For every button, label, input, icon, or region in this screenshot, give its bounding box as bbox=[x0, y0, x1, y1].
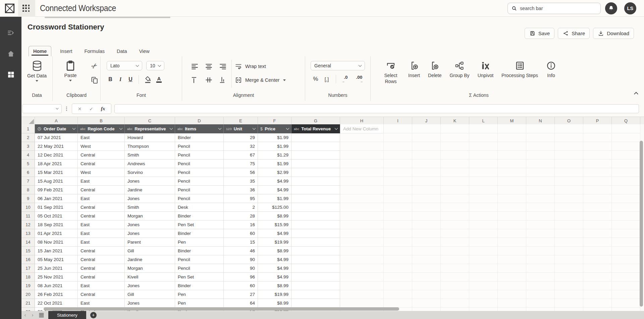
cell[interactable] bbox=[291, 203, 340, 212]
prev-sheet-arrow[interactable]: ‹ bbox=[21, 311, 29, 319]
row-number-9[interactable]: 9 bbox=[21, 194, 35, 203]
cell[interactable]: 75 bbox=[224, 160, 258, 168]
empty-cell[interactable] bbox=[412, 142, 441, 151]
cell[interactable]: $4.99 bbox=[258, 229, 291, 238]
cell[interactable]: 35 bbox=[224, 177, 258, 186]
empty-cell[interactable] bbox=[526, 273, 555, 281]
cell[interactable]: $4.99 bbox=[258, 255, 291, 264]
cell[interactable]: West bbox=[78, 142, 125, 151]
empty-cell[interactable] bbox=[384, 186, 412, 194]
empty-cell[interactable] bbox=[441, 273, 469, 281]
name-box[interactable] bbox=[22, 104, 62, 113]
row-number-19[interactable]: 19 bbox=[21, 281, 35, 290]
empty-cell[interactable] bbox=[340, 160, 384, 168]
empty-cell[interactable] bbox=[441, 238, 469, 247]
cell[interactable]: Binder bbox=[175, 133, 224, 142]
empty-cell[interactable] bbox=[526, 255, 555, 264]
cell[interactable]: $8.99 bbox=[258, 247, 291, 255]
empty-cell[interactable] bbox=[555, 308, 583, 311]
cell[interactable]: $4.99 bbox=[258, 264, 291, 273]
ribbon-action-processing-steps[interactable]: Processing Steps bbox=[501, 56, 538, 84]
cell[interactable] bbox=[291, 160, 340, 168]
cell[interactable]: East bbox=[78, 281, 125, 290]
empty-cell[interactable] bbox=[340, 247, 384, 255]
column-header-total-revenue[interactable]: abcTotal Revenue bbox=[291, 124, 340, 133]
empty-cell[interactable] bbox=[612, 238, 640, 247]
cell[interactable]: $15.99 bbox=[258, 220, 291, 229]
empty-cell[interactable] bbox=[469, 194, 498, 203]
empty-cell[interactable] bbox=[384, 177, 412, 186]
cell[interactable]: 18 Sep 2021 bbox=[35, 220, 78, 229]
empty-cell[interactable] bbox=[384, 194, 412, 203]
empty-cell[interactable] bbox=[583, 290, 612, 299]
empty-cell[interactable] bbox=[340, 186, 384, 194]
empty-cell[interactable] bbox=[340, 238, 384, 247]
select-all-cell[interactable] bbox=[21, 117, 35, 124]
cell[interactable]: Central bbox=[78, 255, 125, 264]
cell[interactable]: East bbox=[78, 177, 125, 186]
empty-cell[interactable] bbox=[384, 142, 412, 151]
empty-cell[interactable] bbox=[412, 177, 441, 186]
empty-cell[interactable] bbox=[469, 255, 498, 264]
cell[interactable]: 01 Apr 2021 bbox=[35, 229, 78, 238]
empty-cell[interactable] bbox=[340, 203, 384, 212]
cell[interactable]: $2.99 bbox=[258, 168, 291, 177]
cell[interactable]: 07 Jul 2021 bbox=[35, 133, 78, 142]
row-number-11[interactable]: 11 bbox=[21, 212, 35, 220]
empty-cell[interactable] bbox=[441, 177, 469, 186]
empty-cell[interactable] bbox=[469, 229, 498, 238]
empty-cell[interactable] bbox=[583, 229, 612, 238]
cell[interactable]: Morgan bbox=[125, 212, 175, 220]
empty-cell[interactable] bbox=[384, 255, 412, 264]
cell[interactable]: Thompson bbox=[125, 142, 175, 151]
empty-cell[interactable] bbox=[526, 133, 555, 142]
empty-cell[interactable] bbox=[340, 273, 384, 281]
cell[interactable]: $1.99 bbox=[258, 142, 291, 151]
empty-cell[interactable] bbox=[612, 151, 640, 160]
empty-cell[interactable] bbox=[384, 247, 412, 255]
cell[interactable]: $8.99 bbox=[258, 212, 291, 220]
decrease-decimal-button[interactable]: .0 ← bbox=[339, 75, 353, 83]
column-header-items[interactable]: abcItems bbox=[175, 124, 224, 133]
cell[interactable] bbox=[291, 299, 340, 308]
empty-cell[interactable] bbox=[555, 142, 583, 151]
cell[interactable] bbox=[291, 220, 340, 229]
empty-cell[interactable] bbox=[412, 151, 441, 160]
valign-middle-button[interactable] bbox=[203, 75, 214, 85]
fx-button[interactable]: fx bbox=[101, 106, 105, 112]
filter-chevron-icon[interactable] bbox=[286, 127, 289, 130]
ribbon-action-info[interactable]: Info bbox=[546, 56, 556, 84]
cell[interactable] bbox=[291, 194, 340, 203]
cell[interactable]: Jones bbox=[125, 194, 175, 203]
empty-cell[interactable] bbox=[555, 203, 583, 212]
cell[interactable]: $19.99 bbox=[258, 290, 291, 299]
empty-cell[interactable] bbox=[526, 308, 555, 311]
empty-cell[interactable] bbox=[526, 220, 555, 229]
cell[interactable]: 08 Jun 2021 bbox=[35, 281, 78, 290]
cell[interactable]: Central bbox=[78, 264, 125, 273]
empty-cell[interactable] bbox=[340, 168, 384, 177]
cell[interactable]: Binder bbox=[175, 281, 224, 290]
cell[interactable]: Gill bbox=[125, 290, 175, 299]
row-number-12[interactable]: 12 bbox=[21, 220, 35, 229]
font-color-button[interactable]: A bbox=[153, 74, 165, 84]
valign-top-button[interactable] bbox=[189, 75, 200, 85]
cell[interactable] bbox=[291, 238, 340, 247]
cell[interactable]: Jones bbox=[125, 220, 175, 229]
empty-cell[interactable] bbox=[583, 220, 612, 229]
cell[interactable]: 27 bbox=[224, 290, 258, 299]
empty-cell[interactable] bbox=[583, 264, 612, 273]
column-letter-D[interactable]: D bbox=[175, 117, 224, 124]
empty-cell[interactable] bbox=[612, 255, 640, 264]
empty-cell[interactable] bbox=[583, 273, 612, 281]
empty-cell[interactable] bbox=[583, 168, 612, 177]
empty-cell[interactable] bbox=[441, 264, 469, 273]
cell[interactable]: 95 bbox=[224, 194, 258, 203]
cell[interactable]: Jardine bbox=[125, 255, 175, 264]
cell[interactable]: 12 Dec 2021 bbox=[35, 151, 78, 160]
empty-cell[interactable] bbox=[384, 151, 412, 160]
cell[interactable]: Central bbox=[78, 247, 125, 255]
cell[interactable] bbox=[291, 255, 340, 264]
empty-cell[interactable] bbox=[498, 255, 526, 264]
home-icon[interactable] bbox=[0, 50, 21, 58]
